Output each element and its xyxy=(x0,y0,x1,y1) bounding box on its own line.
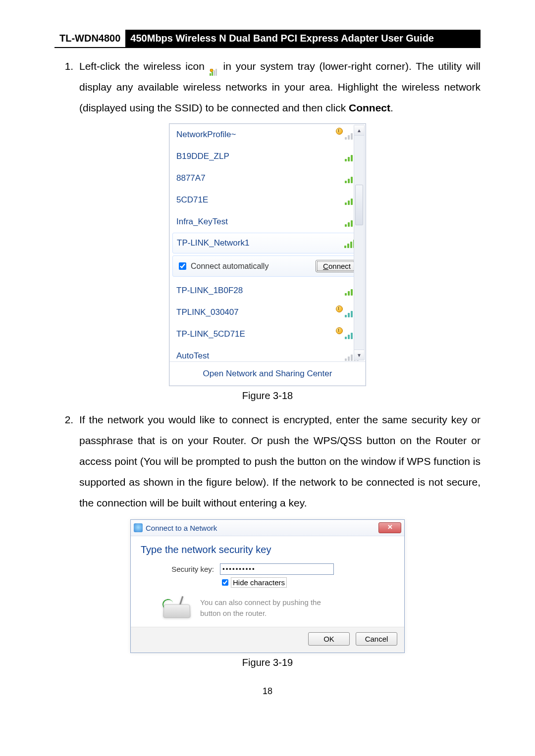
svg-rect-2 xyxy=(214,70,215,76)
network-item[interactable]: TPLINK_030407 xyxy=(169,302,366,323)
scroll-up-button[interactable]: ▲ xyxy=(354,125,364,136)
network-name: TP-LINK_5CD71E xyxy=(176,329,336,339)
network-name: 8877A7 xyxy=(176,173,345,183)
connect-panel: Connect automatically Connect xyxy=(172,255,363,277)
dialog-heading: Type the network security key xyxy=(141,544,394,555)
auto-connect-input[interactable] xyxy=(179,262,186,270)
cancel-button[interactable]: Cancel xyxy=(356,632,397,646)
network-item[interactable]: B19DDE_ZLP xyxy=(169,146,366,167)
network-item[interactable]: NetworkProfile~ xyxy=(169,124,366,146)
svg-point-4 xyxy=(210,69,213,72)
router-note: You can also connect by pushing the butt… xyxy=(200,597,321,619)
auto-connect-label: Connect automatically xyxy=(191,262,268,271)
open-network-center-link[interactable]: Open Network and Sharing Center xyxy=(169,361,366,386)
network-name: TPLINK_030407 xyxy=(176,307,336,317)
chevron-down-icon: ▼ xyxy=(357,353,362,358)
step1-end: . xyxy=(390,102,393,113)
figure-caption: Figure 3-18 xyxy=(54,390,481,402)
network-name: NetworkProfile~ xyxy=(176,130,336,140)
hide-characters-checkbox[interactable] xyxy=(222,579,228,586)
tray-wireless-icon xyxy=(209,63,219,71)
dialog-titlebar: Connect to a Network ✕ xyxy=(131,520,404,536)
network-name: TP-LINK_1B0F28 xyxy=(176,286,345,296)
step-1: Left-click the wireless icon in your sys… xyxy=(76,56,481,118)
connect-dialog: Connect to a Network ✕ Type the network … xyxy=(130,519,405,653)
network-item[interactable]: 5CD71E xyxy=(169,189,366,211)
scrollbar[interactable]: ▲ ▼ xyxy=(354,125,365,360)
network-list: NetworkProfile~ B19DDE_ZLP 8877A7 5CD71E xyxy=(169,124,366,361)
network-name: Infra_KeyTest xyxy=(176,217,345,227)
network-item[interactable]: TP-LINK_5CD71E xyxy=(169,323,366,345)
warning-shield-icon xyxy=(336,130,347,140)
dialog-title-text: Connect to a Network xyxy=(146,524,217,532)
ok-button[interactable]: OK xyxy=(308,632,350,646)
network-item[interactable]: AutoTest xyxy=(169,345,366,361)
warning-shield-icon xyxy=(336,307,347,317)
doc-title: 450Mbps Wireless N Dual Band PCI Express… xyxy=(125,30,481,47)
network-flyout: NetworkProfile~ B19DDE_ZLP 8877A7 5CD71E xyxy=(169,123,366,386)
step1-pre: Left-click the wireless icon xyxy=(79,60,209,72)
chevron-up-icon: ▲ xyxy=(357,128,362,133)
step-2: If the network you would like to connect… xyxy=(76,409,481,513)
network-item[interactable]: TP-LINK_1B0F28 xyxy=(169,280,366,302)
security-key-input[interactable] xyxy=(220,563,334,575)
network-name: B19DDE_ZLP xyxy=(176,151,345,161)
steps-list: Left-click the wireless icon in your sys… xyxy=(54,56,481,118)
security-key-label: Security key: xyxy=(164,565,214,573)
svg-rect-0 xyxy=(210,73,211,76)
network-item[interactable]: Infra_KeyTest xyxy=(169,211,366,233)
doc-header: TL-WDN4800 450Mbps Wireless N Dual Band … xyxy=(54,30,481,48)
router-icon xyxy=(160,596,192,620)
scroll-down-button[interactable]: ▼ xyxy=(354,350,364,360)
auto-connect-checkbox[interactable]: Connect automatically xyxy=(177,261,268,271)
connect-button[interactable]: Connect xyxy=(316,260,358,272)
page-number: 18 xyxy=(54,686,481,697)
figure-caption: Figure 3-19 xyxy=(54,657,481,668)
step1-bold: Connect xyxy=(349,102,390,113)
network-name: 5CD71E xyxy=(176,195,345,205)
steps-list-2: If the network you would like to connect… xyxy=(54,409,481,513)
network-item-selected[interactable]: TP-LINK_Network1 xyxy=(172,233,363,253)
network-item[interactable]: 8877A7 xyxy=(169,167,366,189)
network-name: AutoTest xyxy=(176,351,345,361)
hide-characters-label: Hide characters xyxy=(232,578,286,587)
network-name: TP-LINK_Network1 xyxy=(177,238,344,248)
dialog-app-icon xyxy=(134,523,143,532)
scroll-thumb[interactable] xyxy=(355,185,363,225)
svg-rect-3 xyxy=(215,69,217,76)
warning-shield-icon xyxy=(336,329,347,339)
svg-rect-1 xyxy=(212,72,213,76)
close-button[interactable]: ✕ xyxy=(378,522,401,533)
doc-model: TL-WDN4800 xyxy=(54,30,125,47)
